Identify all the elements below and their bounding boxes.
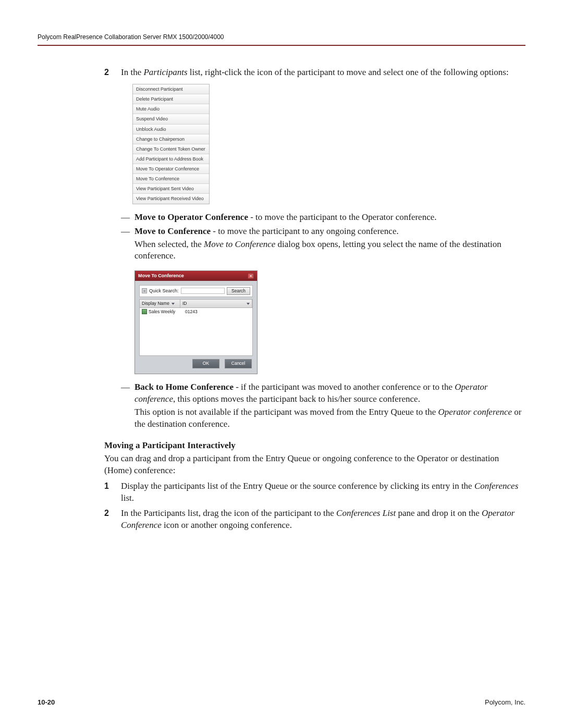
- menu-item[interactable]: View Participant Received Video: [133, 194, 209, 203]
- table-row[interactable]: Sales Weekly 01243: [140, 308, 252, 316]
- conference-icon: [142, 309, 147, 314]
- context-menu-screenshot: Disconnect Participant Delete Participan…: [132, 84, 210, 204]
- search-button[interactable]: Search: [227, 287, 250, 295]
- dialog-title: Move To Conference: [138, 273, 184, 279]
- quick-search-input[interactable]: [181, 288, 225, 294]
- list-icon: ≡: [142, 288, 147, 293]
- bullet-text: Move to Conference - to move the partici…: [134, 226, 525, 265]
- menu-item[interactable]: Change to Chairperson: [133, 134, 209, 144]
- page-number: 10-20: [38, 698, 55, 706]
- close-icon[interactable]: ×: [248, 273, 254, 279]
- bullet-text: Move to Operator Conference - to move th…: [134, 212, 525, 224]
- grid-header: Display Name ID: [139, 299, 253, 308]
- bullet-text: Back to Home Conference - if the partici…: [134, 381, 525, 433]
- cancel-button[interactable]: Cancel: [225, 359, 252, 368]
- step-text: Display the participants list of the Ent…: [121, 480, 525, 504]
- menu-item[interactable]: Delete Participant: [133, 94, 209, 104]
- menu-item[interactable]: View Participant Sent Video: [133, 184, 209, 194]
- menu-item[interactable]: Suspend Video: [133, 114, 209, 124]
- menu-item[interactable]: Disconnect Participant: [133, 84, 209, 94]
- grid-body: Sales Weekly 01243: [139, 308, 253, 356]
- menu-item[interactable]: Add Participant to Address Book: [133, 154, 209, 164]
- bullet-dash: —: [121, 381, 134, 433]
- column-id[interactable]: ID: [180, 300, 252, 307]
- move-to-conference-dialog: Move To Conference × ≡ Quick Search: Sea…: [134, 270, 258, 374]
- step-text: In the Participants list, drag the icon …: [121, 508, 525, 532]
- bullet-dash: —: [121, 226, 134, 265]
- menu-item[interactable]: Unblock Audio: [133, 125, 209, 134]
- menu-item[interactable]: Move To Conference: [133, 174, 209, 184]
- page-header: Polycom RealPresence Collaboration Serve…: [38, 33, 525, 46]
- menu-item[interactable]: Move To Operator Conference: [133, 164, 209, 174]
- step-number: 1: [104, 480, 121, 504]
- step-number: 2: [104, 508, 121, 532]
- menu-item[interactable]: Change To Content Token Owner: [133, 144, 209, 154]
- step-number: 2: [104, 67, 121, 79]
- footer-company: Polycom, Inc.: [485, 698, 525, 706]
- step-text: In the Participants list, right-click th…: [121, 67, 525, 79]
- section-heading: Moving a Participant Interactively: [104, 440, 525, 452]
- ok-button[interactable]: OK: [192, 359, 219, 368]
- bullet-dash: —: [121, 212, 134, 224]
- menu-item[interactable]: Mute Audio: [133, 104, 209, 114]
- column-display-name[interactable]: Display Name: [140, 300, 180, 307]
- sort-icon: [247, 303, 250, 305]
- quick-search-label: Quick Search:: [149, 288, 179, 294]
- sort-icon: [172, 303, 175, 305]
- section-intro: You can drag and drop a participant from…: [104, 453, 525, 477]
